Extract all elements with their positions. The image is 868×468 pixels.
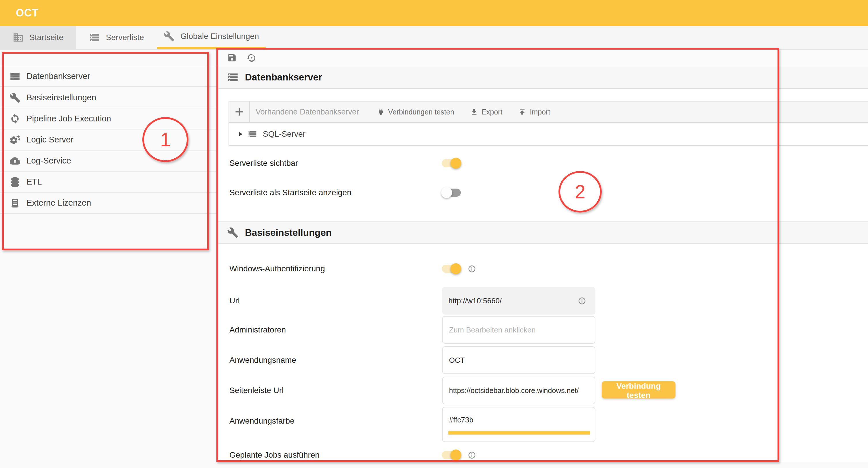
verbindung-testen-button[interactable]: Verbindung testen [602,381,676,399]
section-title: Datenbankserver [245,72,322,83]
administratoren-input[interactable] [443,317,595,343]
anwendungsfarbe-input[interactable] [443,407,595,432]
sidebar-item-logic-server[interactable]: Logic Server [0,129,216,150]
plug-icon [377,108,385,116]
sidebar-item-label: Pipeline Job Execution [27,114,111,123]
seitenleiste-url-input[interactable] [443,377,595,404]
info-icon[interactable] [468,265,476,273]
test-connections-button[interactable]: Verbindungen testen [377,108,454,116]
section-header-basiseinstellungen: Basiseinstellungen [217,222,868,244]
restore-icon[interactable] [247,53,256,63]
field-label-seitenleiste-url: Seitenleiste Url [229,385,284,396]
anwendungsname-input[interactable] [443,347,595,373]
sidebar-item-externe-lizenzen[interactable]: Externe Lizenzen [0,193,216,214]
toggle-label-serverliste-sichtbar: Serverliste sichtbar [229,157,298,169]
tab-bar: Startseite Serverliste Globale Einstellu… [0,26,868,50]
field-label-anwendungsfarbe: Anwendungsfarbe [229,415,294,427]
sidebar-item-label: Log-Service [27,156,71,166]
sidebar-item-basiseinstellungen[interactable]: Basiseinstellungen [0,87,216,109]
url-input[interactable] [442,287,595,315]
sidebar-item-label: Logic Server [27,135,73,144]
database-icon [10,177,20,187]
action-label: Verbindungen testen [388,108,454,116]
administratoren-field [442,316,595,344]
sidebar-item-datenbankserver[interactable]: Datenbankserver [0,66,216,87]
save-icon[interactable] [227,53,237,63]
tab-globale-einstellungen[interactable]: Globale Einstellungen [157,26,266,49]
sidebar-item-etl[interactable]: ETL [0,172,216,193]
import-button[interactable]: Import [519,108,550,116]
building-icon [13,32,24,43]
wrench-icon [10,93,20,103]
field-label-windows-auth: Windows-Authentifizierung [229,263,325,274]
server-list-icon [10,71,20,82]
toggle-serverliste-sichtbar[interactable] [442,159,461,167]
sidebar-item-pipeline-job-execution[interactable]: Pipeline Job Execution [0,109,216,129]
upload-icon [519,108,526,116]
server-list-icon [227,71,239,83]
sidebar-item-label: Basiseinstellungen [27,93,96,103]
database-server-table: Vorhandene Datenbankserver Verbindungen … [228,101,868,146]
tab-label: Globale Einstellungen [180,32,259,41]
action-label: Export [482,108,502,116]
field-label-geplante-jobs: Geplante Jobs ausführen [229,449,319,461]
cloud-upload-icon [10,156,20,166]
gear-sparkle-icon [10,135,20,145]
wrench-icon [227,227,239,238]
section-title: Basiseinstellungen [245,227,332,238]
anwendungsname-field [442,346,595,374]
field-label-url: Url [229,295,240,306]
row-label: SQL-Server [263,129,306,139]
anwendungsfarbe-field [442,407,595,442]
app-title: OCT [16,7,39,19]
action-label: Import [530,108,550,116]
sidebar-item-label: ETL [27,177,42,186]
add-server-button[interactable] [229,101,250,122]
table-header-label: Vorhandene Datenbankserver [256,108,359,117]
export-button[interactable]: Export [470,108,502,116]
settings-sidebar: Datenbankserver Basiseinstellungen Pipel… [0,50,217,462]
app-header: OCT [0,0,868,26]
server-list-icon [89,32,100,43]
switch-thumb [451,263,461,274]
sidebar-item-label: Externe Lizenzen [27,198,91,208]
tab-label: Startseite [29,33,63,42]
license-icon [10,198,20,208]
sync-icon [10,114,20,124]
section-header-datenbankserver: Datenbankserver [217,66,868,89]
toggle-geplante-jobs[interactable] [442,451,461,459]
field-label-administratoren: Administratoren [229,324,286,335]
switch-thumb [451,449,461,461]
settings-main-panel: Datenbankserver Vorhandene Datenbankserv… [217,50,868,462]
field-label-anwendungsname: Anwendungsname [229,354,296,366]
toggle-windows-auth[interactable] [442,265,461,273]
switch-thumb [441,187,452,198]
switch-thumb [451,158,461,169]
table-header-row: Vorhandene Datenbankserver Verbindungen … [229,101,868,123]
server-list-icon [248,129,257,139]
tab-label: Serverliste [106,33,144,42]
color-swatch [448,431,590,435]
table-row-sql-server[interactable]: SQL-Server [229,123,868,145]
expand-caret-icon[interactable] [237,130,244,138]
info-icon[interactable] [578,297,586,305]
wrench-icon [164,31,175,42]
tab-serverliste[interactable]: Serverliste [76,26,157,49]
info-icon[interactable] [468,451,476,459]
sidebar-item-label: Datenbankserver [27,71,90,81]
toggle-serverliste-als-startseite[interactable] [442,188,461,197]
seitenleiste-url-field [442,377,595,404]
sidebar-item-log-service[interactable]: Log-Service [0,150,216,172]
toggle-label-serverliste-startseite: Serverliste als Startseite anzeigen [229,187,351,198]
content-toolbar [217,50,868,66]
url-field [442,287,595,315]
tab-startseite[interactable]: Startseite [0,26,76,49]
download-icon [470,108,478,116]
